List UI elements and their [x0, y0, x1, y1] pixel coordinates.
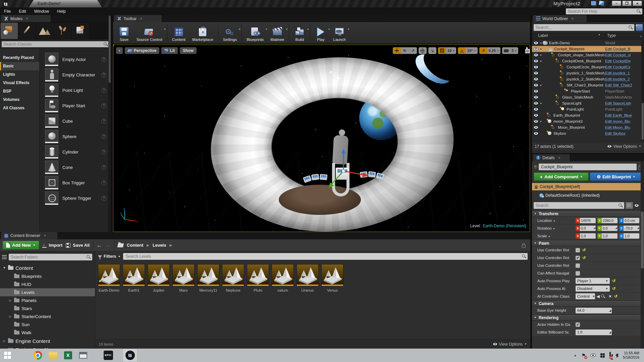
placeable-empty-character[interactable]: Empty Character? [45, 67, 110, 82]
asset-neptune[interactable]: Neptune [222, 264, 244, 292]
scale-snap-toggle[interactable]: ↗ [479, 47, 487, 54]
browser-view-options-button[interactable]: View Options▼ [493, 342, 527, 347]
visibility-eye-icon[interactable] [534, 53, 538, 57]
level-document-tab[interactable]: Earth-Demo* [29, 0, 102, 7]
edit-blueprint-link[interactable]: Edit moon_Blu [605, 119, 644, 123]
launch-button[interactable]: ▼Launch [330, 23, 349, 43]
folder-startercontent[interactable]: ▷StarterContent [0, 312, 95, 320]
component-row-sceneroot[interactable]: DefaultSceneRoot1 (Inherited) [532, 192, 644, 199]
component-row-self[interactable]: Cockpit_Blueprint(self) [532, 183, 644, 190]
category-bsp[interactable]: BSP [0, 87, 39, 96]
scale-tool-button[interactable]: ↗ [409, 47, 417, 54]
visibility-eye-icon[interactable] [534, 71, 538, 75]
viewport-3d[interactable]: z x -y ▼ Perspective Lit Show ↻ ↗ [113, 45, 530, 232]
folder-hud[interactable]: HUD [0, 280, 95, 288]
reset-icon[interactable]: ↺ [614, 294, 618, 299]
mode-tab-foliage[interactable] [54, 23, 71, 39]
menu-file[interactable]: File [0, 9, 15, 14]
close-tab-icon[interactable]: × [44, 233, 46, 238]
location-z-field[interactable]: Z0.0 cm [619, 218, 639, 223]
edit-blueprint-link[interactable]: Edit joystick_1 [605, 71, 644, 75]
reset-icon[interactable]: ↺ [612, 286, 615, 291]
outliner-row-cockpitdesk_blueprint[interactable]: ▼CockpitDesk_BlueprintEdit CockpitDe [532, 58, 644, 64]
details-search-input[interactable] [534, 203, 619, 208]
outliner-search-input[interactable] [534, 25, 629, 30]
search-classes-input[interactable] [2, 42, 104, 47]
mode-tab-paint[interactable] [18, 23, 36, 39]
outliner-row-moon_blueprint3[interactable]: ▼moon_Blueprint3Edit moon_Blu [532, 118, 644, 124]
visibility-eye-icon[interactable] [534, 47, 538, 51]
add-new-button[interactable]: Add New▼ [3, 241, 39, 249]
tab-toolbar[interactable]: Toolbar × [114, 15, 162, 22]
action-center-flag-icon[interactable]: ⚑× [582, 353, 586, 358]
menu-edit[interactable]: Edit [15, 9, 30, 14]
hidden-icons-button[interactable]: ▲ [574, 354, 577, 357]
tab-world-outliner[interactable]: World Outliner × [533, 15, 587, 22]
search-assets-input[interactable] [123, 254, 522, 259]
rotation-y-field[interactable]: Y0.0◢ [597, 226, 618, 231]
matinee-button[interactable]: ▼Matinee [267, 23, 287, 43]
edit-blueprint-link[interactable]: Edit CockpitCir [605, 65, 644, 69]
actor-name-field[interactable]: Cockpit_Blueprint [539, 164, 637, 170]
edit-blueprint-link[interactable]: Edit joystick_2 [605, 77, 644, 81]
outliner-row-earth-demo[interactable]: ▼Earth-DemoWorld [532, 40, 644, 46]
minimize-button[interactable]: – [612, 1, 621, 6]
asset-earth-demo[interactable]: *Earth-Demo [98, 264, 120, 292]
breadcrumb-content[interactable]: Content [127, 243, 143, 248]
search-folders-input[interactable] [9, 255, 87, 259]
outliner-row-glass_staticmesh[interactable]: Glass_StaticMeshStaticMeshActo [532, 94, 644, 100]
folder-sun[interactable]: Sun [0, 320, 95, 328]
folder-planets[interactable]: ▷Planets [0, 296, 95, 304]
outliner-row-joystick_1_staticmesh_[interactable]: joystick_1_StaticMesh_Edit joystick_1 [532, 70, 644, 76]
world-coordinate-button[interactable] [419, 47, 427, 54]
placeable-cube[interactable]: Cube? [45, 113, 110, 129]
asset-pluto[interactable]: Pluto [247, 264, 269, 292]
asset-jupiter[interactable]: Jupiter [148, 264, 170, 292]
forward-button[interactable]: → [105, 242, 111, 248]
visibility-eye-icon[interactable] [534, 120, 538, 123]
dropdown-auto-possess-ai[interactable]: Disabled▼ [576, 286, 610, 292]
excel-icon[interactable]: X [60, 349, 75, 362]
visibility-eye-icon[interactable] [534, 114, 538, 117]
edit-blueprint-link[interactable]: Edit Cockpit_B [605, 47, 644, 51]
settings-button[interactable]: ⚙⚙▼Settings [220, 23, 240, 43]
visibility-eye-icon[interactable] [534, 108, 538, 111]
blueprints-button[interactable]: ▼Blueprints [243, 23, 267, 43]
show-button[interactable]: Show [180, 47, 197, 54]
viewport-options-button[interactable]: ▼ [116, 47, 123, 54]
content-button[interactable]: Content [169, 23, 189, 43]
play-button[interactable]: ▼Play [312, 23, 330, 43]
browse-icon[interactable] [601, 294, 605, 298]
visibility-eye-icon[interactable] [534, 41, 538, 45]
outliner-row-cockpit_blueprint[interactable]: ▼Cockpit_BlueprintEdit Cockpit_B [532, 46, 644, 52]
placeable-sphere[interactable]: Sphere? [45, 129, 110, 144]
edit-blueprint-link[interactable]: Edit SpaceLigh [605, 101, 644, 105]
asset-venus[interactable]: Venus [321, 264, 343, 292]
checkbox[interactable] [576, 248, 580, 252]
edit-blueprint-button[interactable]: ⚙Edit Blueprint▼ [590, 173, 642, 181]
tray-eye-icon[interactable] [590, 354, 596, 357]
search-classes-box[interactable] [2, 41, 109, 47]
outliner-row-skybox[interactable]: SkyboxEdit Skybox [532, 130, 644, 136]
section-header-transform[interactable]: ▼Transform [532, 210, 641, 217]
lit-mode-button[interactable]: Lit [161, 47, 178, 54]
outliner-column-headers[interactable]: Label Type [532, 33, 644, 40]
filters-button[interactable]: Filters▼ [98, 254, 120, 259]
outliner-scrollbar[interactable] [641, 40, 644, 141]
checkbox[interactable]: ✔ [576, 256, 580, 260]
move-tool-button[interactable] [393, 47, 401, 54]
placeable-point-light[interactable]: Point Light? [45, 82, 110, 98]
search-folders-box[interactable] [9, 254, 92, 260]
marketplace-gem-icon[interactable] [599, 1, 604, 6]
category-basic[interactable]: Basic [0, 62, 39, 70]
grid-snap-value-button[interactable]: 10▼ [446, 47, 456, 54]
search-assets-box[interactable] [123, 253, 528, 260]
visibility-eye-icon[interactable] [534, 96, 538, 99]
outliner-row-pointlight[interactable]: PointLightPointLight [532, 106, 644, 112]
folder-walk[interactable]: Walk [0, 328, 95, 337]
perspective-button[interactable]: Perspective [125, 47, 159, 54]
rotation-snap-value-button[interactable]: 10°▼ [466, 47, 478, 54]
help-search-box[interactable] [566, 8, 642, 14]
camera-speed-button[interactable] [502, 47, 510, 54]
dropdown-auto-possess-play[interactable]: Player 1▼ [576, 278, 610, 284]
